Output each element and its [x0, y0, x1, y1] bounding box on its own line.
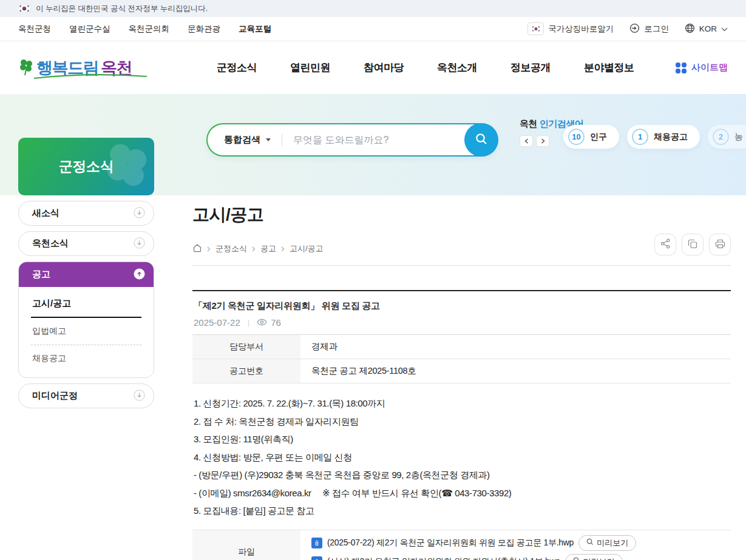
breadcrumb-item-current[interactable]: 고시/공고 [290, 243, 324, 254]
field-value: 옥천군 공고 제2025-1108호 [300, 359, 731, 383]
nav-info-disclosure[interactable]: 정보공개 [510, 61, 551, 75]
sidebar-item-media[interactable]: 미디어군정 [18, 383, 154, 408]
accordion-down-icon [134, 390, 145, 403]
keyword-pill[interactable]: 2 농 [708, 125, 746, 149]
family-sites: 옥천군청 열린군수실 옥천군의회 문화관광 교육포털 [18, 24, 271, 35]
accordion-down-icon [134, 207, 145, 220]
sidebar-item-label: 옥천소식 [32, 238, 69, 249]
search-category-dropdown[interactable]: 통합검색 [224, 134, 271, 146]
body-line: - (방문/우편) (우)29032 충북 옥천군 옥천읍 중앙로 99, 2층… [194, 466, 730, 484]
body-line: 3. 모집인원: 11명(위촉직) [194, 430, 730, 448]
article-title: 「제2기 옥천군 일자리위원회」 위원 모집 공고 [194, 300, 730, 312]
sidebar-item-okcheon-news[interactable]: 옥천소식 [18, 231, 154, 256]
article-meta: 2025-07-22 | 76 [194, 317, 730, 328]
nav-civil-service[interactable]: 열린민원 [290, 61, 330, 75]
field-label: 공고번호 [192, 359, 300, 383]
gov-banner-text: 이 누리집은 대한민국 공식 전자정부 누리집입니다. [36, 4, 208, 14]
print-icon [715, 239, 725, 251]
nav-about-okcheon[interactable]: 옥천소개 [437, 61, 477, 75]
search-icon [586, 538, 594, 547]
keyword-label: 인구 [590, 132, 607, 143]
sitemap-label: 사이트맵 [691, 62, 728, 73]
attachment-filename[interactable]: (서식) 제2기 옥천군 일자리위원회 위원 지원서(추천서) 1부.hwp [327, 556, 560, 560]
util-link-culture-tour[interactable]: 문화관광 [188, 24, 220, 35]
keyword-rank-badge: 2 [713, 129, 729, 145]
accordion-up-icon [134, 268, 145, 282]
nav-by-field[interactable]: 분야별정보 [584, 61, 634, 75]
info-row-notice-number: 공고번호 옥천군 공고 제2025-1108호 [192, 359, 731, 383]
chevron-right-icon [252, 246, 256, 252]
view-count: 76 [271, 317, 281, 328]
sidebar-subitem-gosi-active[interactable]: 고시/공고 [31, 298, 141, 318]
korea-flag-icon [18, 4, 30, 13]
attachment-item: (서식) 제2기 옥천군 일자리위원회 위원 지원서(추천서) 1부.hwp 미… [311, 554, 731, 560]
print-button[interactable] [709, 234, 731, 255]
sidebar-group-notice: 공고 고시/공고 입법예고 채용공고 [18, 261, 154, 378]
attachments-row: 파일 (2025-07-22) 제2기 옥천군 일자리위원회 위원 모집 공고문… [192, 530, 731, 560]
body-line: 4. 신청방법: 방문, 우편 또는 이메일 신청 [194, 448, 730, 467]
breadcrumb: 군정소식 공고 고시/공고 [192, 243, 324, 255]
attachment-filename[interactable]: (2025-07-22) 제2기 옥천군 일자리위원회 위원 모집 공고문 1부… [327, 538, 574, 548]
util-link-mayor-office[interactable]: 열린군수실 [69, 24, 110, 35]
sidebar-subitem-ipbeop[interactable]: 입법예고 [31, 318, 141, 345]
page-title: 고시/공고 [192, 203, 731, 226]
keyword-pill[interactable]: 1 채용공고 [627, 125, 700, 149]
util-link-edu-portal[interactable]: 교육포털 [239, 24, 271, 35]
eye-icon [257, 317, 267, 328]
breadcrumb-item[interactable]: 군정소식 [215, 243, 247, 254]
breadcrumb-item[interactable]: 공고 [260, 243, 276, 254]
keywords-prev-button[interactable] [520, 135, 533, 147]
hwp-file-icon [311, 556, 322, 560]
home-icon[interactable] [192, 243, 202, 254]
section-divider [192, 265, 731, 266]
sidebar-item-label: 새소식 [32, 207, 59, 219]
language-label: KOR [699, 24, 717, 33]
copy-icon [688, 239, 697, 251]
sidebar-item-new-news[interactable]: 새소식 [18, 201, 154, 226]
utility-bar: 옥천군청 열린군수실 옥천군의회 문화관광 교육포털 국가상징바로알기 로그인 [0, 17, 746, 41]
national-symbol-label: 국가상징바로알기 [548, 24, 614, 35]
site-logo[interactable]: 행복드림 옥천 [18, 57, 179, 79]
field-value: 경제과 [300, 335, 731, 359]
copy-url-button[interactable] [682, 234, 704, 255]
notice-article: 「제2기 옥천군 일자리위원회」 위원 모집 공고 2025-07-22 | 7… [192, 290, 731, 560]
login-link[interactable]: 로그인 [629, 23, 669, 35]
util-link-council[interactable]: 옥천군의회 [129, 24, 170, 35]
national-symbol-link[interactable]: 국가상징바로알기 [527, 22, 614, 35]
keyword-rank-badge: 1 [632, 129, 648, 145]
search-button[interactable] [464, 123, 498, 157]
caret-down-icon [266, 138, 271, 141]
keyword-pill[interactable]: 10 인구 [563, 125, 619, 149]
keywords-next-button[interactable] [536, 135, 549, 147]
language-selector[interactable]: KOR [685, 23, 728, 35]
chevron-right-icon [281, 246, 285, 252]
preview-button[interactable]: 미리보기 [578, 535, 636, 551]
field-label: 담당부서 [192, 335, 300, 359]
sidebar-title: 군정소식 [18, 138, 154, 195]
popular-keywords-list: 10 인구 1 채용공고 2 농 [563, 125, 746, 149]
attachments-label: 파일 [192, 530, 300, 560]
page: 이 누리집은 대한민국 공식 전자정부 누리집입니다. 옥천군청 열린군수실 옥… [0, 0, 746, 560]
nav-participation[interactable]: 참여마당 [364, 61, 404, 75]
attachments-table: 파일 (2025-07-22) 제2기 옥천군 일자리위원회 위원 모집 공고문… [192, 530, 731, 560]
share-button[interactable] [654, 234, 676, 255]
login-icon [629, 23, 640, 35]
sidebar-item-notice[interactable]: 공고 [19, 262, 154, 287]
search-bar: 통합검색 [206, 123, 498, 157]
korea-flag-icon [527, 22, 544, 35]
search-category-label: 통합검색 [224, 134, 260, 146]
nav-county-news[interactable]: 군정소식 [217, 61, 257, 75]
info-row-department: 담당부서 경제과 [192, 335, 731, 359]
util-link-county-office[interactable]: 옥천군청 [18, 24, 51, 35]
preview-label: 미리보기 [583, 556, 615, 560]
preview-button[interactable]: 미리보기 [565, 554, 623, 560]
hwp-file-icon [311, 538, 322, 548]
sitemap-grid-icon [676, 62, 687, 73]
attachment-item: (2025-07-22) 제2기 옥천군 일자리위원회 위원 모집 공고문 1부… [311, 535, 731, 551]
sitemap-button[interactable]: 사이트맵 [676, 62, 728, 73]
body-line: 5. 모집내용: [붙임] 공고문 참고 [194, 502, 730, 520]
globe-icon [685, 23, 695, 35]
main-content: 고시/공고 군정소식 공고 고시/공고 [192, 200, 731, 560]
sidebar-subitem-chaeyong[interactable]: 채용공고 [31, 345, 141, 365]
login-label: 로그인 [644, 24, 669, 35]
